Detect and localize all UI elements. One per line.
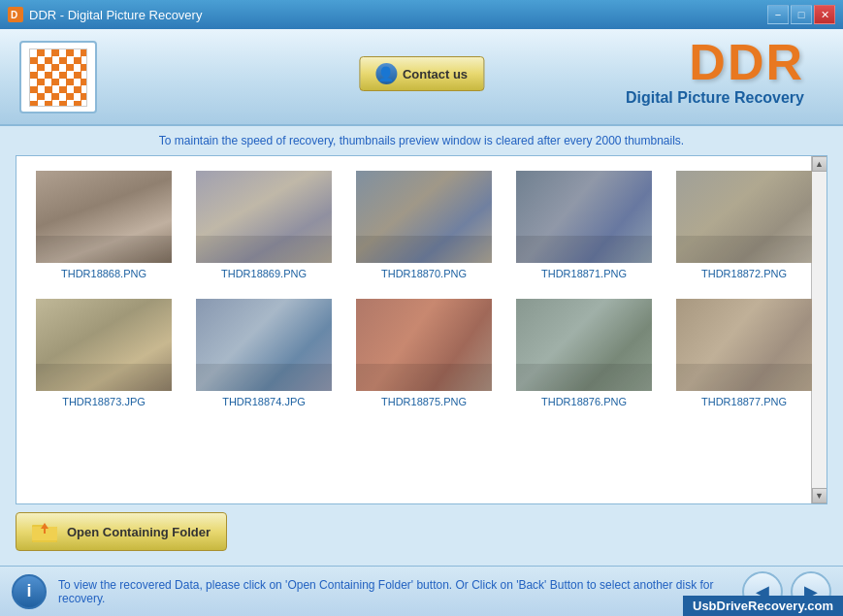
footer-message: To view the recovered Data, please click… <box>58 578 730 605</box>
scroll-down-button[interactable]: ▼ <box>812 488 827 503</box>
close-button[interactable]: ✕ <box>814 5 835 24</box>
open-folder-label: Open Containing Folder <box>67 525 211 539</box>
bottom-section: Open Containing Folder <box>16 512 827 551</box>
footer-text-link: recovery. <box>58 592 105 605</box>
thumbnail-item[interactable]: THDR18873.JPG <box>36 299 172 407</box>
info-icon: i <box>12 574 47 609</box>
thumbnail-image <box>516 299 652 391</box>
brand-subtitle: Digital Picture Recovery <box>626 89 804 107</box>
thumbnail-label: THDR18868.PNG <box>61 268 146 279</box>
thumbnail-item[interactable]: THDR18869.PNG <box>196 171 332 279</box>
svg-rect-7 <box>44 529 46 534</box>
restore-button[interactable]: □ <box>791 5 812 24</box>
thumbnail-image <box>196 171 332 263</box>
logo-checker-icon <box>29 49 87 107</box>
title-bar: D DDR - Digital Picture Recovery − □ ✕ <box>0 0 843 29</box>
contact-label: Contact us <box>403 67 468 81</box>
info-prefix: To maintain the speed of recovery, <box>159 134 337 147</box>
thumbnail-image <box>196 299 332 391</box>
thumbnail-row-2: THDR18873.JPG THDR18874.JPG THDR18875.PN… <box>36 299 792 407</box>
logo-box <box>19 41 97 113</box>
thumbnail-image <box>676 171 812 263</box>
scroll-track <box>812 172 827 488</box>
thumbnail-item[interactable]: THDR18871.PNG <box>516 171 652 279</box>
thumbnail-item[interactable]: THDR18872.PNG <box>676 171 812 279</box>
brand-area: DDR Digital Picture Recovery <box>626 37 804 107</box>
open-folder-button[interactable]: Open Containing Folder <box>16 512 227 551</box>
thumbnail-item[interactable]: THDR18868.PNG <box>36 171 172 279</box>
thumbnail-label: THDR18873.JPG <box>62 396 146 407</box>
minimize-button[interactable]: − <box>767 5 789 24</box>
folder-icon <box>32 521 59 542</box>
thumbnail-image <box>36 299 172 391</box>
header: 👤 Contact us DDR Digital Picture Recover… <box>0 29 843 126</box>
app-icon: D <box>8 7 23 22</box>
scrollbar[interactable]: ▲ ▼ <box>811 156 827 503</box>
scroll-up-button[interactable]: ▲ <box>812 156 827 172</box>
thumbnail-image <box>676 299 812 391</box>
thumbnail-item[interactable]: THDR18877.PNG <box>676 299 812 407</box>
contact-button[interactable]: 👤 Contact us <box>359 56 484 91</box>
main-content: To maintain the speed of recovery, thumb… <box>0 126 843 597</box>
thumbnail-item[interactable]: THDR18875.PNG <box>356 299 492 407</box>
contact-icon: 👤 <box>375 63 397 84</box>
thumbnail-label: THDR18872.PNG <box>701 268 787 279</box>
thumbnail-panel: ▲ ▼ THDR18868.PNG THDR18869.PNG THDR1887… <box>16 155 827 504</box>
thumbnail-image <box>356 171 492 263</box>
thumbnail-label: THDR18877.PNG <box>701 396 787 407</box>
window-title: DDR - Digital Picture Recovery <box>29 8 202 22</box>
info-highlight: thumbnails preview window is cleared aft… <box>340 134 685 147</box>
thumbnail-label: THDR18875.PNG <box>381 396 467 407</box>
window-controls: − □ ✕ <box>767 5 835 24</box>
info-message: To maintain the speed of recovery, thumb… <box>16 134 827 147</box>
thumbnail-row-1: THDR18868.PNG THDR18869.PNG THDR18870.PN… <box>36 171 792 279</box>
brand-bar: UsbDriveRecovery.com <box>683 596 843 616</box>
footer-text-prefix: To view the recovered Data, please click… <box>58 578 714 592</box>
thumbnail-image <box>356 299 492 391</box>
thumbnail-label: THDR18874.JPG <box>222 396 306 407</box>
thumbnail-item[interactable]: THDR18874.JPG <box>196 299 332 407</box>
thumbnail-label: THDR18869.PNG <box>221 268 307 279</box>
brand-ddr: DDR <box>626 37 804 87</box>
thumbnail-item[interactable]: THDR18870.PNG <box>356 171 492 279</box>
thumbnail-label: THDR18871.PNG <box>541 268 627 279</box>
thumbnail-label: THDR18870.PNG <box>381 268 467 279</box>
thumbnail-image <box>516 171 652 263</box>
brand-label: UsbDriveRecovery.com <box>693 599 833 613</box>
thumbnail-label: THDR18876.PNG <box>541 396 627 407</box>
thumbnail-item[interactable]: THDR18876.PNG <box>516 299 652 407</box>
thumbnails-grid: THDR18868.PNG THDR18869.PNG THDR18870.PN… <box>16 156 811 422</box>
thumbnail-image <box>36 171 172 263</box>
svg-text:D: D <box>11 10 17 20</box>
